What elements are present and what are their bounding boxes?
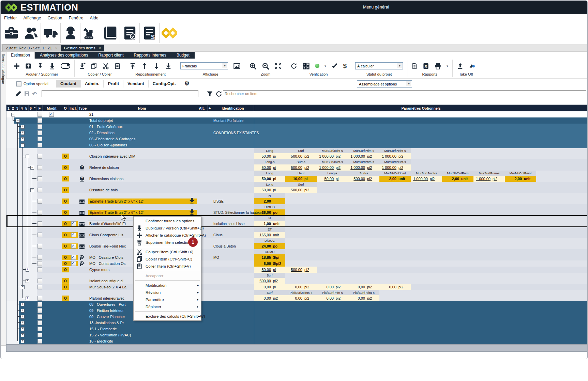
expand-icon[interactable]: + — [21, 285, 25, 289]
option-badge[interactable]: O — [62, 176, 69, 181]
item-row[interactable]: OMO - Ossature CloisMOCUMO18,85$/pi — [6, 249, 588, 260]
column-header-6[interactable]: 6 — [29, 105, 33, 111]
f-checkbox[interactable] — [37, 314, 42, 319]
column-header-parametres-optionnels[interactable]: Paramètres Optionnels — [254, 105, 588, 111]
row-name[interactable]: Cloison intérieure avec DIM — [89, 154, 135, 158]
row-name[interactable]: MO - Construction Os — [89, 261, 125, 266]
document-dollar-icon[interactable]: $ — [140, 23, 159, 43]
item-row[interactable]: +OMur Sous-sol 2 X 4 La0,00pi0,00pi20,00… — [6, 284, 588, 290]
expand-icon[interactable]: + — [21, 339, 25, 343]
tab-rapport-client[interactable]: Rapport client — [93, 52, 129, 59]
f-checkbox[interactable] — [37, 255, 42, 260]
param-value[interactable]: 0,00pi2 — [317, 284, 348, 290]
menu-general-label[interactable]: Menu général — [363, 5, 389, 10]
menu-fenetre[interactable]: Fenêtre — [69, 16, 84, 20]
f-checkbox[interactable] — [37, 137, 42, 141]
menu-gestion[interactable]: Gestion — [47, 16, 62, 20]
menu-aide[interactable]: Aide — [90, 16, 99, 20]
param-value[interactable]: 2,00 — [254, 198, 285, 204]
option-badge[interactable]: O — [62, 187, 69, 193]
menu-item-exclure-des-calculs-ctrl-shift-w[interactable]: Exclure des calculs (Ctrl+Shift+W) — [134, 313, 201, 320]
row-name[interactable]: Total du projet — [89, 118, 113, 123]
column-header-4[interactable]: 4 — [20, 105, 24, 111]
zoom-out-icon[interactable] — [262, 62, 269, 70]
item-row[interactable]: +OPlafond intérieuravecSurfPlafSurfJoint… — [6, 290, 588, 301]
column-header-1[interactable]: 1 — [6, 105, 11, 111]
column-header-f[interactable]: F — [37, 105, 43, 111]
cut-icon[interactable] — [102, 63, 109, 69]
save-icon[interactable] — [24, 91, 30, 97]
f-checkbox[interactable] — [37, 154, 42, 159]
param-value[interactable]: 1 000,00pi2 — [379, 153, 411, 159]
param-value[interactable]: 500,00pi2 — [285, 153, 317, 159]
tab-budget[interactable]: Budget — [171, 52, 195, 59]
row-name[interactable]: 09 - Couvre-Plancher — [89, 315, 125, 319]
f-checkbox[interactable] — [37, 261, 42, 266]
toggle-icon[interactable] — [61, 63, 70, 69]
expand-icon[interactable]: + — [21, 321, 25, 325]
f-checkbox[interactable] — [37, 327, 42, 331]
category-row[interactable]: +01 - Frais Généraux — [6, 124, 588, 130]
tab-coutant[interactable]: Coutant — [56, 80, 80, 88]
item-edit-input[interactable] — [42, 90, 198, 97]
option-badge[interactable]: O — [62, 284, 69, 290]
row-name[interactable]: 15.2 - Ventilation (HVAC) — [89, 333, 131, 337]
clients-icon[interactable] — [21, 23, 41, 43]
f-checkbox[interactable] — [37, 233, 42, 237]
tab-profit[interactable]: Profit — [103, 80, 123, 88]
item-row[interactable]: OBoulon Tire-Fond HexClous à BétonDistCC… — [6, 238, 588, 249]
excavator-icon[interactable] — [80, 23, 100, 43]
row-name[interactable]: MO - Ossature Clois — [89, 255, 123, 259]
option-badge[interactable]: O — [62, 210, 69, 215]
tab-admin[interactable]: Admin. — [80, 80, 103, 88]
column-header-identification[interactable]: Identification — [212, 105, 254, 111]
param-value[interactable]: 50,00pi — [254, 187, 285, 193]
param-value[interactable]: 2,00unit — [505, 176, 536, 182]
option-badge[interactable]: O — [62, 199, 69, 204]
param-value[interactable]: 50,00pi — [254, 153, 285, 159]
option-badge[interactable]: O — [62, 165, 69, 170]
f-checkbox[interactable] — [37, 210, 42, 215]
row-name[interactable]: 21 — [89, 112, 93, 116]
category-row[interactable]: +15.2 - Ventilation (HVAC) — [6, 332, 588, 338]
param-value[interactable]: 18,85$/pi — [254, 254, 285, 260]
param-value[interactable]: 0,00pi — [254, 284, 285, 290]
assemblage-select[interactable]: Assemblage et options — [357, 80, 412, 88]
collapse-icon[interactable]: − — [26, 155, 29, 158]
column-header-type[interactable]: Type — [78, 105, 88, 111]
expand-icon[interactable]: + — [21, 333, 25, 337]
column-header-o[interactable]: O — [62, 105, 69, 111]
gear-icon[interactable]: ⚙ — [180, 80, 194, 88]
item-row[interactable]: O7Dimensions cloisonsLongHautLong-sSurf-… — [6, 171, 588, 182]
recalculate-icon[interactable] — [290, 63, 297, 69]
refresh-icon[interactable] — [215, 91, 222, 97]
param-value[interactable]: 165,00unit — [254, 232, 285, 238]
param-value[interactable]: 1 000,00pi2 — [348, 164, 379, 171]
undo-icon[interactable]: ↶ — [32, 91, 37, 98]
tab-rapports-internes[interactable]: Rapports Internes — [129, 52, 171, 59]
row-name[interactable]: Boulon Tire-Fond Hex — [89, 244, 126, 248]
option-special-checkbox[interactable] — [16, 81, 21, 86]
menu-item-copier-l-item-ctrl-shift-c[interactable]: Copier l'item (Ctrl+Shift+C) — [134, 255, 201, 263]
f-checkbox[interactable] — [37, 296, 42, 301]
column-header-nom[interactable]: Nom — [88, 105, 196, 111]
chevron-down-icon[interactable]: ▾ — [325, 64, 326, 68]
f-checkbox[interactable] — [37, 267, 42, 272]
f-checkbox[interactable] — [37, 130, 42, 135]
param-value[interactable]: 0,00pi2 — [285, 295, 317, 301]
param-value[interactable]: 1 000,00pi2 — [473, 176, 505, 182]
expand-icon[interactable]: + — [26, 279, 29, 283]
param-value[interactable]: 500,00pi2 — [254, 278, 285, 284]
param-value[interactable]: 0,00pi2 — [254, 295, 285, 301]
version-arrow-icon[interactable] — [189, 197, 197, 205]
tab-estimation[interactable]: Estimation — [6, 52, 35, 59]
column-header-modif[interactable]: Modif. — [43, 105, 62, 111]
column-header-3[interactable]: 3 — [15, 105, 20, 111]
add-item-icon[interactable] — [14, 63, 20, 69]
item-row[interactable]: +OIsolant acoustique clSurf500,00pi2 — [6, 273, 588, 284]
f-checkbox[interactable] — [37, 221, 42, 226]
category-row[interactable]: +09 - Couvre-Plancher — [6, 314, 588, 320]
incl-checkbox[interactable] — [71, 221, 76, 226]
param-value[interactable]: 1 000,00pi2 — [379, 164, 411, 171]
param-value[interactable]: 1 000,00pi2 — [317, 164, 348, 171]
